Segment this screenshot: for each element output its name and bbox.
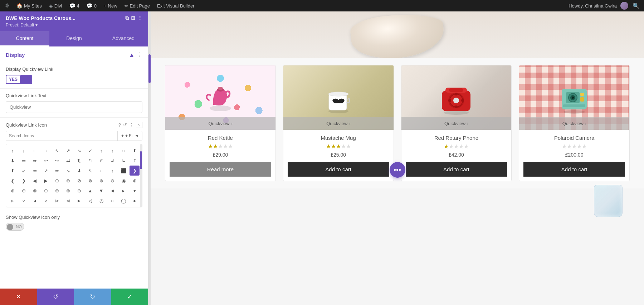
reset-icon[interactable]: ↺ <box>123 122 127 128</box>
redo-button[interactable]: ↻ <box>74 289 111 305</box>
icon-cell[interactable]: ⊲ <box>63 196 73 206</box>
icon-cell[interactable]: ⬆ <box>8 166 18 176</box>
icon-cell[interactable]: ⤴ <box>130 156 140 166</box>
icon-cell[interactable]: ▲ <box>85 186 95 196</box>
icon-cell[interactable]: ◀ <box>30 176 40 186</box>
icon-cell[interactable]: ◯ <box>118 196 128 206</box>
icon-cell[interactable]: ◎ <box>96 196 106 206</box>
icon-cell[interactable]: ⊖ <box>19 186 29 196</box>
icon-cell[interactable]: ⬛ <box>118 166 128 176</box>
floating-menu-button[interactable]: ••• <box>390 162 405 178</box>
icon-cell[interactable]: ↰ <box>85 156 95 166</box>
icon-cell[interactable]: ❯ <box>130 166 140 176</box>
icon-cell[interactable]: ↑ <box>8 146 18 156</box>
icon-cell[interactable]: ⬇ <box>74 166 84 176</box>
undo-button[interactable]: ↺ <box>37 289 74 305</box>
preset-dropdown[interactable]: Preset: Default ▾ <box>6 23 142 28</box>
icon-cell[interactable]: ↘ <box>63 166 73 176</box>
icon-cell[interactable]: ⊚ <box>130 176 140 186</box>
icon-cell[interactable]: ⇅ <box>74 156 84 166</box>
icon-cell[interactable]: ⊝ <box>74 186 84 196</box>
admin-bar-new[interactable]: + New <box>100 0 121 11</box>
icon-cell[interactable]: ⬇ <box>8 156 18 166</box>
icon-cell[interactable]: ⊝ <box>107 176 117 186</box>
quickview-overlay[interactable]: Quickview › <box>519 117 629 130</box>
icon-cell[interactable]: ↪ <box>52 156 62 166</box>
quickview-link-text-input[interactable] <box>6 101 142 113</box>
icon-cell[interactable]: ➡ <box>30 156 40 166</box>
icon-cell[interactable]: ↗ <box>63 146 73 156</box>
icon-cell[interactable]: ◉ <box>118 176 128 186</box>
save-button[interactable]: ✓ <box>111 289 148 305</box>
icon-cell[interactable]: ↗ <box>41 166 51 176</box>
icon-cell[interactable]: ▾ <box>130 186 140 196</box>
tab-design[interactable]: Design <box>49 31 99 46</box>
icon-cell[interactable]: ⬅ <box>30 166 40 176</box>
icon-cell[interactable]: ↓ <box>19 146 29 156</box>
admin-bar-divi[interactable]: ◈ Divi <box>45 0 66 11</box>
icon-cell[interactable]: → <box>41 146 51 156</box>
icon-cell[interactable]: ↘ <box>74 146 84 156</box>
icon-cell[interactable]: ↱ <box>96 156 106 166</box>
icon-cell[interactable]: ▶ <box>41 176 51 186</box>
icon-cell[interactable]: ⇄ <box>63 156 73 166</box>
icon-cell[interactable]: ⊜ <box>96 176 106 186</box>
copy-icon[interactable]: ⧉ <box>125 15 129 21</box>
search-icon[interactable]: 🔍 <box>633 3 640 9</box>
quickview-overlay[interactable]: Quickview › <box>401 117 512 130</box>
icon-cell[interactable]: ↩ <box>41 156 51 166</box>
add-to-cart-button[interactable]: Add to cart <box>406 162 507 177</box>
icon-cell[interactable]: ○ <box>107 196 117 206</box>
icon-cell[interactable]: ▼ <box>96 186 106 196</box>
icon-cell[interactable]: ◄ <box>107 186 117 196</box>
icon-cell[interactable]: ❮ <box>8 176 18 186</box>
icon-cell[interactable]: ❯ <box>19 176 29 186</box>
admin-bar-comments[interactable]: 💬 4 <box>66 0 83 11</box>
icon-cell[interactable]: ⊜ <box>63 186 73 196</box>
cancel-button[interactable]: ✕ <box>0 289 37 305</box>
icon-cell[interactable]: ⊙ <box>41 186 51 196</box>
expand-icon[interactable]: ⤡ <box>136 122 142 128</box>
icon-cell[interactable]: ↕ <box>96 146 106 156</box>
icon-cell[interactable]: ← <box>96 166 106 176</box>
icon-cell[interactable]: ⊘ <box>74 176 84 186</box>
icon-filter-button[interactable]: + + Filter <box>117 131 142 141</box>
quickview-link-toggle[interactable]: YES <box>6 75 32 84</box>
collapse-icon[interactable]: ▲ <box>129 52 135 58</box>
icon-cell[interactable]: ↔ <box>118 146 128 156</box>
icon-cell[interactable]: ⊛ <box>63 176 73 186</box>
quickview-icon-only-toggle[interactable]: NO <box>6 223 24 231</box>
add-to-cart-button[interactable]: Add to cart <box>523 162 625 177</box>
admin-bar-comment-count[interactable]: 💬 0 <box>83 0 100 11</box>
icon-cell[interactable]: ► <box>74 196 84 206</box>
section-menu-icon[interactable]: ⋮ <box>137 51 142 58</box>
icon-cell[interactable]: ↑ <box>107 166 117 176</box>
admin-bar-my-sites[interactable]: 🏠 My Sites <box>13 0 45 11</box>
icon-cell[interactable]: ← <box>30 146 40 156</box>
add-to-cart-button[interactable]: Add to cart <box>288 162 389 177</box>
icon-cell[interactable]: ➡ <box>52 166 62 176</box>
more-options-icon[interactable]: ⋮ <box>137 15 142 21</box>
icon-cell[interactable]: ◃ <box>41 196 51 206</box>
icon-cell[interactable]: ↳ <box>118 156 128 166</box>
quickview-overlay[interactable]: Quickview › <box>283 117 394 130</box>
icon-cell[interactable]: ↕ <box>107 146 117 156</box>
icon-cell[interactable]: ⬆ <box>130 146 140 156</box>
icon-cell[interactable]: ◁ <box>85 196 95 206</box>
admin-bar-edit-page[interactable]: ✏ Edit Page <box>121 0 153 11</box>
help-icon[interactable]: ? <box>118 122 121 128</box>
icon-cell[interactable]: ⊕ <box>8 186 18 196</box>
admin-bar-exit-visual-builder[interactable]: Exit Visual Builder <box>153 0 198 11</box>
icon-cell[interactable]: ⬅ <box>19 156 29 166</box>
icon-cell[interactable]: ▿ <box>19 196 29 206</box>
grid-icon[interactable]: ⊞ <box>131 15 135 21</box>
icon-cell[interactable]: ⊛ <box>52 186 62 196</box>
icon-search-input[interactable] <box>6 131 117 141</box>
icon-cell[interactable]: ↖ <box>52 146 62 156</box>
icon-cell[interactable]: ↲ <box>107 156 117 166</box>
icon-cell[interactable]: ▹ <box>8 196 18 206</box>
icon-cell[interactable]: ⊙ <box>52 176 62 186</box>
wordpress-logo-icon[interactable]: ⚛ <box>4 2 10 10</box>
tab-advanced[interactable]: Advanced <box>99 31 148 46</box>
icon-cell[interactable]: ↙ <box>19 166 29 176</box>
